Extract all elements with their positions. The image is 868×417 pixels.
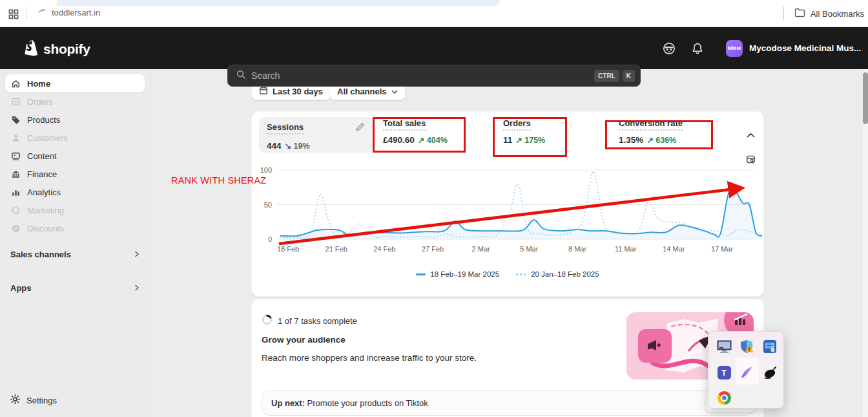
date-range-label: Last 30 days bbox=[273, 87, 323, 96]
annotation-rank-text: RANK WITH SHERAZ bbox=[171, 175, 266, 186]
metric-label: Sessions bbox=[267, 122, 304, 134]
sidebar-item-settings[interactable]: Settings bbox=[5, 391, 145, 409]
marketing-icon bbox=[10, 205, 21, 215]
sidebar-item-marketing[interactable]: Marketing bbox=[5, 201, 145, 219]
section-label: Sales channels bbox=[10, 250, 71, 259]
sidebar-item-orders[interactable]: Orders bbox=[5, 92, 145, 111]
customers-icon bbox=[10, 133, 21, 143]
svg-text:27 Feb: 27 Feb bbox=[422, 245, 444, 253]
up-next-row[interactable]: Up next: Promote your products on Tiktok bbox=[262, 390, 754, 416]
sidebar-item-analytics[interactable]: Analytics bbox=[5, 183, 145, 201]
tasks-title: Grow your audience bbox=[262, 335, 346, 345]
sidebar-item-customers[interactable]: Customers bbox=[5, 129, 145, 147]
notifications-bell-icon[interactable] bbox=[687, 38, 708, 59]
svg-text:11 Mar: 11 Mar bbox=[615, 245, 637, 253]
chevron-right-icon bbox=[134, 283, 140, 293]
shopify-logo[interactable]: shopify bbox=[23, 39, 90, 59]
sidebar-item-label: Products bbox=[27, 115, 60, 125]
remote-desktop-icon[interactable] bbox=[761, 337, 779, 356]
sidebar-item-discounts[interactable]: Discounts bbox=[5, 219, 145, 237]
shopify-wordmark: shopify bbox=[43, 41, 90, 57]
sidebar-item-home[interactable]: Home bbox=[5, 74, 145, 92]
annotation-box-total-sales bbox=[373, 117, 466, 153]
channels-label: All channels bbox=[337, 87, 387, 96]
bookmark-item[interactable]: toddlersart.in bbox=[37, 8, 100, 17]
sidebar-nav: Home Orders Products Customers Content F… bbox=[0, 69, 150, 417]
view-report-icon[interactable] bbox=[745, 154, 756, 167]
svg-text:0: 0 bbox=[268, 235, 272, 243]
sidebar-item-products[interactable]: Products bbox=[5, 111, 145, 129]
sidebar-item-label: Discounts bbox=[27, 224, 64, 233]
chevron-down-icon bbox=[391, 87, 398, 96]
metric-sessions[interactable]: Sessions 444 ↘ 19% bbox=[259, 117, 373, 153]
microsoft-teams-icon[interactable]: T bbox=[715, 363, 733, 381]
annotation-box-orders bbox=[493, 117, 567, 157]
discounts-icon bbox=[10, 223, 21, 233]
bookmark-label: toddlersart.in bbox=[52, 8, 100, 17]
tasks-progress-circle bbox=[262, 314, 273, 327]
home-icon bbox=[10, 78, 21, 89]
all-bookmarks-label[interactable]: All Bookmarks bbox=[811, 9, 864, 19]
computer-management-icon[interactable] bbox=[715, 337, 733, 356]
svg-text:50: 50 bbox=[264, 201, 272, 209]
svg-text:8 Mar: 8 Mar bbox=[568, 245, 586, 253]
scrollbar[interactable] bbox=[863, 69, 868, 417]
scrollbar-thumb[interactable] bbox=[863, 72, 868, 124]
pencil-edit-icon[interactable] bbox=[355, 122, 365, 134]
megaphone-icon bbox=[638, 329, 672, 363]
sidebar-item-content[interactable]: Content bbox=[5, 147, 145, 165]
sidebar-item-label: Orders bbox=[27, 97, 53, 107]
incognito-face-icon[interactable] bbox=[659, 38, 679, 59]
setup-guide-card: 1 of 7 tasks complete Grow your audience… bbox=[251, 299, 764, 417]
analytics-bars-icon bbox=[10, 187, 21, 197]
sidebar-item-label: Home bbox=[27, 79, 50, 89]
chrome-icon[interactable] bbox=[715, 389, 733, 407]
store-avatar: MMM bbox=[726, 40, 743, 57]
orders-icon bbox=[10, 96, 21, 107]
sidebar-section-sales-channels[interactable]: Sales channels bbox=[0, 245, 150, 263]
divider bbox=[783, 7, 784, 20]
store-account-button[interactable]: MMM Mycodose Medicinal Mus... bbox=[726, 40, 859, 57]
shopify-bag-icon bbox=[23, 39, 39, 59]
sidebar-item-label: Marketing bbox=[27, 206, 64, 215]
up-next-task: Promote your products on Tiktok bbox=[305, 398, 428, 408]
folder-icon bbox=[794, 8, 805, 19]
finance-bank-icon bbox=[10, 169, 21, 179]
chevron-right-icon bbox=[134, 250, 140, 259]
collapse-chevron-up-icon[interactable] bbox=[747, 129, 755, 141]
svg-text:18 Feb: 18 Feb bbox=[277, 245, 299, 253]
feather-app-icon[interactable] bbox=[738, 363, 756, 381]
settings-label: Settings bbox=[26, 396, 57, 405]
gear-icon bbox=[10, 394, 20, 406]
screen: toddlersart.in All Bookmarks shopify Sea… bbox=[0, 0, 868, 417]
system-tray-popup: T bbox=[708, 331, 784, 409]
windows-security-icon[interactable] bbox=[738, 337, 756, 356]
metric-delta: 19% bbox=[294, 142, 310, 151]
store-name: Mycodose Medicinal Mus... bbox=[749, 43, 859, 53]
apps-grid-icon[interactable] bbox=[8, 9, 19, 19]
shopify-top-bar: shopify Search CTRL K MMM Mycodose Medic… bbox=[0, 27, 868, 69]
svg-text:14 Mar: 14 Mar bbox=[663, 245, 685, 253]
content-icon bbox=[10, 151, 21, 161]
browser-tab-remnant bbox=[57, 0, 500, 6]
sidebar-item-label: Content bbox=[27, 151, 57, 161]
legend-previous-period[interactable]: 20 Jan–18 Feb 2025 bbox=[516, 270, 599, 278]
sidebar-section-apps[interactable]: Apps bbox=[0, 279, 150, 297]
sidebar-item-label: Finance bbox=[27, 169, 57, 179]
search-placeholder: Search bbox=[251, 70, 591, 81]
sidebar-item-finance[interactable]: Finance bbox=[5, 165, 145, 183]
up-next-prefix: Up next: bbox=[271, 398, 305, 408]
legend-current-period[interactable]: 18 Feb–19 Mar 2025 bbox=[416, 270, 499, 278]
browser-bookmarks-bar: toddlersart.in All Bookmarks bbox=[0, 0, 868, 27]
kbd-k: K bbox=[623, 70, 635, 82]
global-search-input[interactable]: Search CTRL K bbox=[227, 65, 641, 87]
sidebar-item-label: Customers bbox=[27, 133, 68, 143]
products-tag-icon bbox=[10, 114, 21, 125]
section-label: Apps bbox=[10, 283, 32, 293]
metric-value: 444 bbox=[267, 141, 282, 151]
search-icon bbox=[236, 69, 246, 82]
satellite-dish-icon[interactable] bbox=[761, 363, 779, 381]
svg-text:100: 100 bbox=[260, 166, 272, 174]
svg-text:17 Mar: 17 Mar bbox=[711, 245, 734, 253]
trend-down-icon: ↘ bbox=[285, 142, 291, 151]
